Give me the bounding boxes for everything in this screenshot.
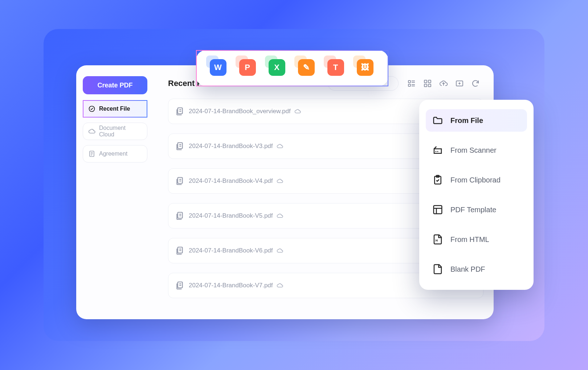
cloud-icon	[277, 282, 283, 289]
html-file-icon: H	[432, 234, 443, 245]
svg-rect-13	[178, 212, 183, 218]
sidebar-item-agreement[interactable]: Agreement	[83, 145, 147, 163]
ctx-from-scanner[interactable]: From Scanner	[426, 139, 527, 161]
sidebar: Create PDF Recent File Document Cloud Ag…	[76, 65, 158, 319]
app-launcher-icon[interactable]: ✎	[298, 59, 316, 77]
cloud-icon	[294, 108, 301, 115]
file-name: 2024-07-14-BrandBook-V6.pdf	[189, 247, 273, 254]
file-copy-icon	[175, 176, 184, 186]
folder-icon	[432, 115, 443, 126]
svg-rect-18	[434, 206, 442, 214]
app-launcher-icon[interactable]: W	[210, 59, 228, 77]
app-launcher-icon[interactable]: X	[269, 59, 287, 77]
blank-file-icon	[432, 264, 443, 275]
file-copy-icon	[175, 246, 184, 255]
upload-cloud-icon[interactable]	[439, 79, 448, 88]
ctx-label: From Clipborad	[450, 176, 501, 184]
svg-rect-11	[178, 143, 183, 148]
grid-view-icon[interactable]	[423, 79, 432, 88]
file-name: 2024-07-14-BrandBook-V5.pdf	[189, 212, 273, 219]
app-launcher-icon[interactable]: 🖼	[357, 59, 375, 77]
file-name: 2024-07-14-BrandBook-V3.pdf	[189, 143, 273, 150]
cloud-icon	[277, 213, 283, 219]
ctx-from-file[interactable]: From File	[426, 109, 527, 132]
svg-rect-4	[408, 84, 411, 86]
file-name: 2024-07-14-BrandBook-V7.pdf	[189, 282, 273, 289]
sync-icon[interactable]	[471, 79, 480, 88]
ctx-label: Blank PDF	[450, 265, 485, 274]
svg-rect-12	[178, 177, 183, 183]
svg-rect-8	[428, 84, 431, 87]
app-icon-bar: W P X ✎ T 🖼	[196, 50, 388, 86]
svg-rect-6	[428, 80, 431, 83]
svg-rect-15	[178, 282, 183, 288]
clock-check-icon	[88, 105, 95, 112]
file-copy-icon	[175, 141, 184, 151]
sidebar-item-label: Recent File	[99, 106, 130, 112]
svg-rect-10	[178, 108, 183, 114]
document-icon	[88, 150, 95, 157]
sidebar-item-recent-file[interactable]: Recent File	[83, 100, 147, 118]
list-view-icon[interactable]	[407, 79, 416, 88]
ctx-label: PDF Template	[450, 206, 496, 214]
svg-rect-7	[424, 84, 427, 87]
file-copy-icon	[175, 281, 184, 290]
ctx-blank-pdf[interactable]: Blank PDF	[426, 258, 527, 280]
cloud-icon	[277, 247, 283, 254]
sidebar-item-label: Document Cloud	[99, 125, 142, 138]
ctx-pdf-template[interactable]: PDF Template	[426, 198, 527, 221]
ctx-from-html[interactable]: H From HTML	[426, 228, 527, 251]
file-copy-icon	[175, 211, 184, 221]
file-name: 2024-07-14-BrandBook-V4.pdf	[189, 177, 273, 185]
file-name: 2024-07-14-BrandBook_overview.pdf	[189, 108, 291, 115]
ctx-label: From HTML	[450, 235, 489, 244]
clipboard-check-icon	[432, 174, 443, 185]
scanner-icon	[432, 145, 443, 156]
file-copy-icon	[175, 107, 184, 116]
cloud-icon	[88, 128, 95, 135]
sidebar-item-label: Agreement	[99, 151, 127, 157]
ctx-from-clipboard[interactable]: From Clipborad	[426, 169, 527, 191]
create-pdf-menu: From File From Scanner From Clipborad PD…	[419, 100, 534, 290]
svg-rect-14	[178, 247, 183, 253]
new-folder-icon[interactable]	[455, 79, 464, 88]
sidebar-item-document-cloud[interactable]: Document Cloud	[83, 123, 147, 140]
app-launcher-icon[interactable]: P	[239, 59, 257, 77]
cloud-icon	[277, 178, 283, 184]
svg-rect-5	[424, 80, 427, 83]
ctx-label: From Scanner	[450, 146, 497, 155]
template-icon	[432, 204, 443, 215]
svg-text:H: H	[436, 239, 438, 242]
app-launcher-icon[interactable]: T	[327, 59, 346, 77]
svg-rect-3	[408, 81, 411, 83]
cloud-icon	[277, 143, 283, 149]
create-pdf-button[interactable]: Create PDF	[83, 76, 147, 94]
ctx-label: From File	[450, 116, 483, 125]
